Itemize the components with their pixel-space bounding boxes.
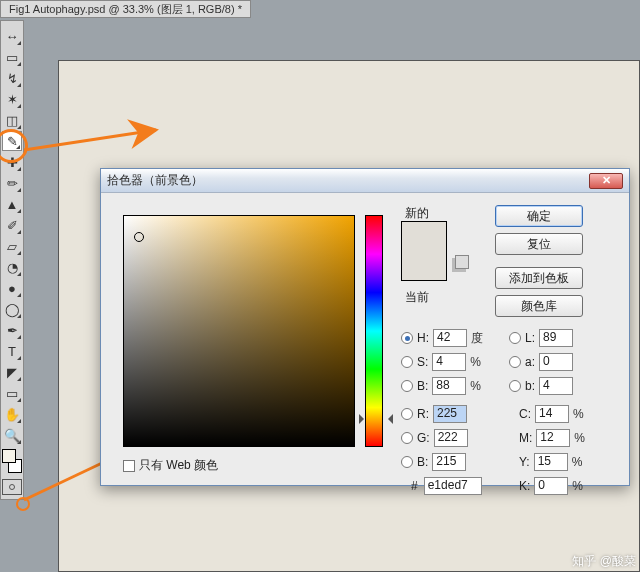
b-lab-input[interactable]: 4 bbox=[539, 377, 573, 395]
c-input[interactable]: 14 bbox=[535, 405, 569, 423]
hex-row: # e1ded7 bbox=[411, 477, 482, 495]
quick-mask-button[interactable] bbox=[2, 479, 22, 495]
h-row: H: 42 度 bbox=[401, 329, 483, 347]
k-input[interactable]: 0 bbox=[534, 477, 568, 495]
m-row: M: 12 % bbox=[519, 429, 585, 447]
color-preview bbox=[401, 221, 447, 281]
color-libs-button[interactable]: 颜色库 bbox=[495, 295, 583, 317]
move-tool[interactable]: ↔ bbox=[2, 26, 22, 46]
b-rgb-row: B: 215 bbox=[401, 453, 466, 471]
eraser-tool[interactable]: ▱ bbox=[2, 236, 22, 256]
a-row: a: 0 bbox=[509, 353, 573, 371]
saturation-value-field[interactable] bbox=[123, 215, 355, 447]
current-color-swatch[interactable] bbox=[402, 251, 446, 280]
document-tab-label: Fig1 Autophagy.psd @ 33.3% (图层 1, RGB/8)… bbox=[9, 3, 242, 15]
dialog-title-text: 拾色器（前景色） bbox=[107, 172, 589, 189]
crop-tool[interactable]: ◫ bbox=[2, 110, 22, 130]
h-input[interactable]: 42 bbox=[433, 329, 467, 347]
cube-icon[interactable] bbox=[455, 255, 469, 269]
blur-tool[interactable]: ● bbox=[2, 278, 22, 298]
h-radio[interactable] bbox=[401, 332, 413, 344]
a-radio[interactable] bbox=[509, 356, 521, 368]
shape-tool[interactable]: ▭ bbox=[2, 383, 22, 403]
new-color-swatch bbox=[402, 222, 446, 251]
add-swatch-button[interactable]: 添加到色板 bbox=[495, 267, 583, 289]
b-hsb-radio[interactable] bbox=[401, 380, 413, 392]
hue-slider[interactable] bbox=[365, 215, 383, 447]
b-rgb-radio[interactable] bbox=[401, 456, 413, 468]
b-hsb-row: B: 88 % bbox=[401, 377, 481, 395]
pen-tool[interactable]: ✒ bbox=[2, 320, 22, 340]
web-only-checkbox[interactable] bbox=[123, 460, 135, 472]
b-lab-radio[interactable] bbox=[509, 380, 521, 392]
a-input[interactable]: 0 bbox=[539, 353, 573, 371]
g-row: G: 222 bbox=[401, 429, 468, 447]
type-tool[interactable]: T bbox=[2, 341, 22, 361]
dodge-tool[interactable]: ◯ bbox=[2, 299, 22, 319]
l-input[interactable]: 89 bbox=[539, 329, 573, 347]
r-row: R: 225 bbox=[401, 405, 467, 423]
path-select-tool[interactable]: ◤ bbox=[2, 362, 22, 382]
color-swatches[interactable] bbox=[2, 449, 22, 473]
ok-button[interactable]: 确定 bbox=[495, 205, 583, 227]
s-radio[interactable] bbox=[401, 356, 413, 368]
hand-tool[interactable]: ✋ bbox=[2, 404, 22, 424]
web-only-row: 只有 Web 颜色 bbox=[123, 457, 218, 474]
rect-marquee-tool[interactable]: ▭ bbox=[2, 47, 22, 67]
document-tab[interactable]: Fig1 Autophagy.psd @ 33.3% (图层 1, RGB/8)… bbox=[0, 0, 251, 18]
b-rgb-input[interactable]: 215 bbox=[432, 453, 466, 471]
g-input[interactable]: 222 bbox=[434, 429, 468, 447]
zoom-tool[interactable]: 🔍 bbox=[2, 425, 22, 445]
foreground-color-swatch[interactable] bbox=[2, 449, 16, 463]
y-row: Y: 15 % bbox=[519, 453, 582, 471]
lasso-tool[interactable]: ↯ bbox=[2, 68, 22, 88]
magic-wand-tool[interactable]: ✶ bbox=[2, 89, 22, 109]
g-radio[interactable] bbox=[401, 432, 413, 444]
color-picker-dialog: 拾色器（前景色） ✕ 新的 当前 确定 复位 添加到色板 颜色库 H: 42 度 bbox=[100, 168, 630, 486]
k-row: K: 0 % bbox=[519, 477, 583, 495]
s-row: S: 4 % bbox=[401, 353, 481, 371]
history-brush-tool[interactable]: ✐ bbox=[2, 215, 22, 235]
tool-palette: ↔▭↯✶◫✎✚✏▲✐▱◔●◯✒T◤▭✋🔍 bbox=[0, 20, 24, 500]
c-row: C: 14 % bbox=[519, 405, 584, 423]
hue-slider-handle-left bbox=[359, 414, 369, 424]
reset-button[interactable]: 复位 bbox=[495, 233, 583, 255]
s-input[interactable]: 4 bbox=[432, 353, 466, 371]
b-lab-row: b: 4 bbox=[509, 377, 573, 395]
clone-stamp-tool[interactable]: ▲ bbox=[2, 194, 22, 214]
hex-input[interactable]: e1ded7 bbox=[424, 477, 482, 495]
dialog-titlebar[interactable]: 拾色器（前景色） ✕ bbox=[101, 169, 629, 193]
l-radio[interactable] bbox=[509, 332, 521, 344]
paint-bucket-tool[interactable]: ◔ bbox=[2, 257, 22, 277]
b-hsb-input[interactable]: 88 bbox=[432, 377, 466, 395]
web-only-label: 只有 Web 颜色 bbox=[139, 457, 218, 474]
new-color-label: 新的 bbox=[405, 205, 429, 222]
r-radio[interactable] bbox=[401, 408, 413, 420]
annotation-circle-swatch bbox=[16, 497, 30, 511]
sv-indicator bbox=[134, 232, 144, 242]
close-button[interactable]: ✕ bbox=[589, 173, 623, 189]
hue-slider-handle-right bbox=[383, 414, 393, 424]
watermark: 知乎 @酸菜 bbox=[572, 553, 636, 570]
current-color-label: 当前 bbox=[405, 289, 429, 306]
m-input[interactable]: 12 bbox=[536, 429, 570, 447]
y-input[interactable]: 15 bbox=[534, 453, 568, 471]
r-input[interactable]: 225 bbox=[433, 405, 467, 423]
dialog-body: 新的 当前 确定 复位 添加到色板 颜色库 H: 42 度 S: 4 % B: … bbox=[101, 193, 629, 485]
l-row: L: 89 bbox=[509, 329, 573, 347]
brush-tool[interactable]: ✏ bbox=[2, 173, 22, 193]
